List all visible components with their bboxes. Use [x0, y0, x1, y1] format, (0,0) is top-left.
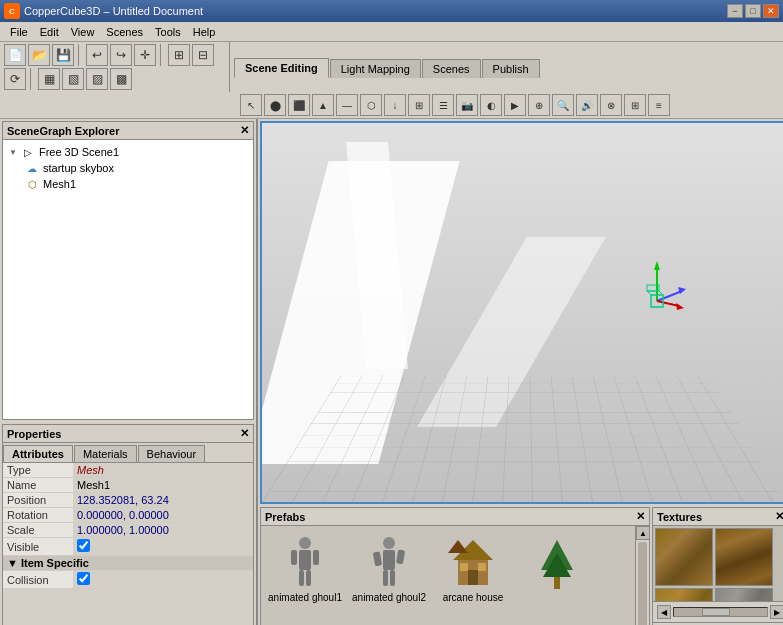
minimize-button[interactable]: −: [727, 4, 743, 18]
view4-button[interactable]: ▩: [110, 68, 132, 90]
properties-table-wrapper: Type Mesh Name Position 128.352081, 63.2…: [3, 463, 253, 589]
prop-tab-behaviour[interactable]: Behaviour: [138, 445, 206, 462]
tool-15[interactable]: ⊗: [600, 94, 622, 116]
transform-gizmo[interactable]: [627, 256, 687, 316]
menu-bar: File Edit View Scenes Tools Help: [0, 22, 783, 42]
hscroll-right-arrow[interactable]: ▶: [770, 605, 783, 619]
menu-scenes[interactable]: Scenes: [100, 24, 149, 40]
prefabs-close[interactable]: ✕: [636, 510, 645, 523]
select-tool[interactable]: ↖: [240, 94, 262, 116]
prefab-ghoul2[interactable]: animated ghoul2: [349, 530, 429, 625]
prop-val-position[interactable]: 128.352081, 63.24: [73, 493, 253, 508]
tool-16[interactable]: ⊞: [624, 94, 646, 116]
tab-scene-editing[interactable]: Scene Editing: [234, 58, 329, 78]
tree-item-skybox[interactable]: ☁ startup skybox: [23, 160, 249, 176]
svg-point-17: [383, 537, 395, 549]
menu-view[interactable]: View: [65, 24, 101, 40]
tool-10[interactable]: ◐: [480, 94, 502, 116]
menu-edit[interactable]: Edit: [34, 24, 65, 40]
prop-name-scale: Scale: [3, 523, 73, 538]
prop-name-collision: Collision: [3, 571, 73, 589]
menu-file[interactable]: File: [4, 24, 34, 40]
textures-close[interactable]: ✕: [775, 510, 783, 523]
hscroll-left-arrow[interactable]: ◀: [657, 605, 671, 619]
new-button[interactable]: 📄: [4, 44, 26, 66]
grid2-button[interactable]: ⊟: [192, 44, 214, 66]
grid-button[interactable]: ⊞: [168, 44, 190, 66]
tab-publish[interactable]: Publish: [482, 59, 540, 78]
visible-checkbox[interactable]: [77, 539, 90, 552]
prop-name-name: Name: [3, 478, 73, 493]
light-tool[interactable]: ⬡: [360, 94, 382, 116]
tree-item-mesh1[interactable]: ⬡ Mesh1: [23, 176, 249, 192]
expand-arrow: ▼: [9, 148, 17, 157]
skybox-label: startup skybox: [43, 162, 114, 174]
texture-thumb-3[interactable]: [655, 588, 713, 601]
search-tool[interactable]: 🔍: [552, 94, 574, 116]
prop-name-visible: Visible: [3, 538, 73, 556]
move-button[interactable]: ✛: [134, 44, 156, 66]
rotate-button[interactable]: ⟳: [4, 68, 26, 90]
prop-tab-materials[interactable]: Materials: [74, 445, 137, 462]
scroll-thumb[interactable]: [638, 542, 647, 625]
sphere-tool[interactable]: ⬤: [264, 94, 286, 116]
view3-button[interactable]: ▨: [86, 68, 108, 90]
viewport-scene: [262, 123, 783, 502]
redo-button[interactable]: ↪: [110, 44, 132, 66]
texture-thumb-4[interactable]: [715, 588, 773, 601]
import-tool[interactable]: ↓: [384, 94, 406, 116]
tool-8[interactable]: ☰: [432, 94, 454, 116]
menu-help[interactable]: Help: [187, 24, 222, 40]
prefabs-panel: Prefabs ✕: [260, 507, 650, 625]
prop-tab-attributes[interactable]: Attributes: [3, 445, 73, 462]
collision-checkbox[interactable]: [77, 572, 90, 585]
prop-val-visible[interactable]: [73, 538, 253, 556]
textures-grid: [653, 526, 783, 601]
close-button[interactable]: ✕: [763, 4, 779, 18]
prop-val-scale[interactable]: 1.000000, 1.00000: [73, 523, 253, 538]
prefabs-content: animated ghoul1: [261, 526, 649, 625]
properties-close[interactable]: ✕: [240, 427, 249, 440]
triangle-tool[interactable]: ▲: [312, 94, 334, 116]
tab-scenes[interactable]: Scenes: [422, 59, 481, 78]
maximize-button[interactable]: □: [745, 4, 761, 18]
view1-button[interactable]: ▦: [38, 68, 60, 90]
menu-tools[interactable]: Tools: [149, 24, 187, 40]
prefab-tree1[interactable]: [517, 530, 597, 625]
textures-panel: Textures ✕ ◀: [652, 507, 783, 625]
svg-rect-25: [468, 570, 478, 585]
svg-rect-26: [460, 563, 468, 571]
view2-button[interactable]: ▧: [62, 68, 84, 90]
cube-tool[interactable]: ⬛: [288, 94, 310, 116]
save-button[interactable]: 💾: [52, 44, 74, 66]
prop-val-name[interactable]: [73, 478, 253, 493]
tool-7[interactable]: ⊞: [408, 94, 430, 116]
tab-light-mapping[interactable]: Light Mapping: [330, 59, 421, 78]
main-content: SceneGraph Explorer ✕ ▼ ▷ Free 3D Scene1…: [0, 119, 783, 625]
svg-rect-22: [390, 570, 395, 586]
texture-thumb-2[interactable]: [715, 528, 773, 586]
viewport[interactable]: [260, 121, 783, 504]
scroll-up-arrow[interactable]: ▲: [636, 526, 649, 540]
open-button[interactable]: 📂: [28, 44, 50, 66]
prop-section-item-specific: ▼ Item Specific: [3, 556, 253, 571]
texture-thumb-1[interactable]: [655, 528, 713, 586]
animation-tool[interactable]: ▶: [504, 94, 526, 116]
scenegraph-close[interactable]: ✕: [240, 124, 249, 137]
hscroll-thumb[interactable]: [702, 608, 730, 616]
camera-tool[interactable]: 📷: [456, 94, 478, 116]
prop-val-rotation[interactable]: 0.000000, 0.00000: [73, 508, 253, 523]
prefab-arcane-house[interactable]: arcane house: [433, 530, 513, 625]
prop-val-collision[interactable]: [73, 571, 253, 589]
prefab-ghoul1[interactable]: animated ghoul1: [265, 530, 345, 625]
svg-line-7: [647, 291, 651, 295]
tool-17[interactable]: ≡: [648, 94, 670, 116]
audio-tool[interactable]: 🔊: [576, 94, 598, 116]
tree-item-scene1[interactable]: ▼ ▷ Free 3D Scene1: [7, 144, 249, 160]
textures-scrollbar: ◀ ▶: [653, 601, 783, 622]
line-tool[interactable]: —: [336, 94, 358, 116]
tool-12[interactable]: ⊕: [528, 94, 550, 116]
undo-button[interactable]: ↩: [86, 44, 108, 66]
svg-rect-13: [291, 550, 297, 565]
skybox-icon: ☁: [25, 161, 39, 175]
